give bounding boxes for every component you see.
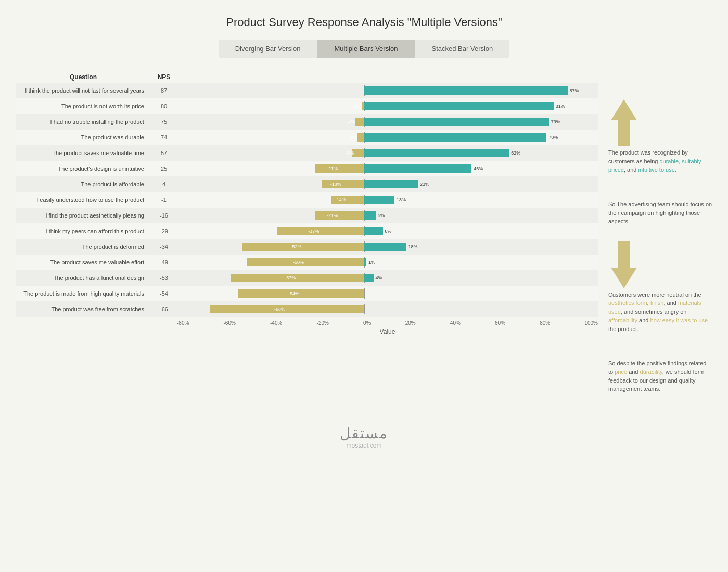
positive-bar-label: 78%	[548, 135, 558, 140]
tab-multiple[interactable]: Multiple Bars Version	[317, 40, 415, 58]
x-axis-label: 20%	[405, 320, 416, 326]
question-label: The product's design is unintuitive.	[16, 165, 151, 172]
tab-diverging[interactable]: Diverging Bar Version	[219, 40, 318, 58]
bar-area: -37%8%	[177, 226, 598, 236]
bar-container: -57%4%	[177, 271, 598, 285]
annotation-bottom: Customers were more neutral on the aesth…	[608, 290, 712, 393]
question-label: The product saves me valuable effort.	[16, 259, 151, 266]
chart-row: The product is deformed.-34-52%18%	[16, 239, 598, 255]
negative-bar	[231, 274, 364, 282]
nps-value: -1	[151, 197, 177, 203]
x-axis-label: 40%	[450, 320, 461, 326]
positive-bar-label: 13%	[397, 197, 406, 202]
positive-bar-label: 23%	[420, 182, 429, 187]
positive-bar	[364, 211, 376, 220]
annotations: The product was recognized by customers …	[608, 73, 712, 393]
negative-bar	[210, 305, 364, 313]
x-axis-label: -40%	[270, 320, 282, 326]
bar-container: -54%	[177, 287, 598, 300]
bar-container: -21%5%	[177, 209, 598, 222]
question-label: I easily understood how to use the produ…	[16, 196, 151, 204]
nps-value: 74	[151, 134, 177, 141]
bar-area: -50%1%	[177, 257, 598, 268]
chart-header: Question NPS	[16, 73, 598, 81]
positive-bar-label: 62%	[511, 150, 520, 156]
chart-row: The product is made from high quality ma…	[16, 286, 598, 301]
negative-bar	[352, 149, 364, 157]
positive-bar	[364, 118, 549, 126]
positive-bar-label: 81%	[556, 104, 565, 109]
positive-bar	[364, 196, 394, 204]
positive-bar-label: 79%	[551, 119, 560, 124]
negative-bar-label: -52%	[290, 244, 301, 249]
positive-bar-label: 87%	[570, 88, 579, 93]
negative-bar	[277, 227, 364, 235]
chart-row: The product saves me valuable effort.-49…	[16, 255, 598, 270]
question-label: The product is affordable.	[16, 181, 151, 188]
footer-url: mostaql.com	[10, 442, 718, 449]
svg-marker-1	[611, 241, 637, 288]
negative-bar-label: -3%	[348, 135, 356, 140]
bar-area: -14%13%	[177, 195, 598, 205]
x-axis-label: -80%	[177, 320, 189, 326]
nps-value: 57	[151, 150, 177, 156]
nps-value: -34	[151, 244, 177, 250]
negative-bar-label: -4%	[347, 119, 355, 124]
chart-row: The product has a functional design.-53-…	[16, 270, 598, 286]
positive-bar	[364, 180, 418, 188]
nps-value: -53	[151, 275, 177, 281]
svg-marker-0	[611, 99, 637, 146]
chart-section: Question NPS I think the product will no…	[16, 73, 598, 393]
positive-bar	[364, 258, 366, 266]
bar-area: -4%79%	[177, 117, 598, 127]
negative-bar-label: -5%	[346, 150, 354, 156]
bar-container: -66%	[177, 302, 598, 316]
tabs: Diverging Bar Version Multiple Bars Vers…	[219, 40, 510, 58]
negative-bar-label: -21%	[327, 166, 338, 171]
negative-bar-label: -54%	[288, 291, 299, 296]
question-label: The product saves me valuable time.	[16, 149, 151, 157]
bar-container: -21%46%	[177, 162, 598, 175]
negative-bar-label: -18%	[330, 182, 341, 187]
positive-bar	[364, 133, 547, 142]
nps-value: 25	[151, 166, 177, 172]
negative-bar	[242, 243, 364, 251]
positive-bar	[364, 102, 554, 110]
negative-bar	[315, 164, 364, 173]
question-label: The product was durable.	[16, 134, 151, 141]
negative-bar-label: -57%	[285, 275, 296, 281]
question-label: The product is deformed.	[16, 243, 151, 250]
nps-value: -54	[151, 290, 177, 297]
page-title: Product Survey Response Analysis "Multip…	[10, 10, 718, 29]
x-axis-title: Value	[16, 328, 598, 335]
chart-row: The product saves me valuable time.57-5%…	[16, 145, 598, 161]
positive-bar	[364, 86, 568, 95]
question-label: I think the product will not last for se…	[16, 87, 151, 94]
question-label: The product has a functional design.	[16, 274, 151, 282]
nps-value: 80	[151, 103, 177, 109]
bar-container: -52%18%	[177, 240, 598, 253]
bar-area: 87%	[177, 85, 598, 96]
bar-area: -21%46%	[177, 163, 598, 174]
positive-bar-label: 5%	[378, 213, 385, 218]
arrow-down	[608, 241, 712, 290]
footer: مستقل mostaql.com	[10, 425, 718, 449]
negative-bar	[238, 289, 364, 298]
nps-value: -49	[151, 259, 177, 265]
bar-area: -5%62%	[177, 148, 598, 158]
bar-container: -4%79%	[177, 115, 598, 129]
chart-row: The product was free from scratches.-66-…	[16, 301, 598, 317]
x-axis-label: -20%	[317, 320, 329, 326]
negative-bar-label: -37%	[308, 228, 319, 234]
negative-bar	[355, 118, 364, 126]
tab-stacked[interactable]: Stacked Bar Version	[415, 40, 510, 58]
chart-row: The product's design is unintuitive.25-2…	[16, 161, 598, 176]
bar-container: -50%1%	[177, 256, 598, 269]
x-axis-label: -60%	[224, 320, 236, 326]
col-question-header: Question	[16, 73, 151, 81]
bar-area: -52%18%	[177, 241, 598, 252]
bar-container: -3%78%	[177, 131, 598, 144]
chart-row: I find the product aesthetically pleasin…	[16, 208, 598, 223]
question-label: The product is made from high quality ma…	[16, 290, 151, 297]
arrow-up	[608, 99, 712, 148]
